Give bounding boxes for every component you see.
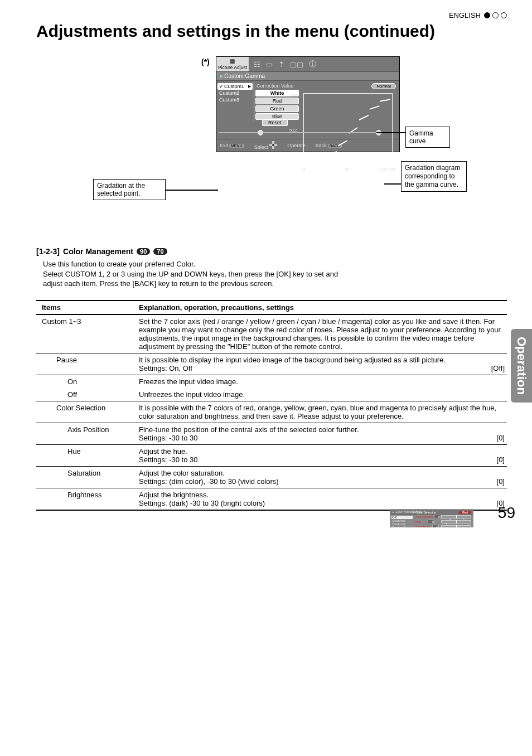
page-number: 59 bbox=[498, 504, 515, 522]
osd-breadcrumb: » Custom Gamma bbox=[216, 72, 399, 81]
preset-custom1[interactable]: ✔Custom1▶ bbox=[217, 83, 253, 90]
table-row: SaturationAdjust the color saturation. S… bbox=[36, 466, 507, 488]
table-row: OnFreezes the input video image. bbox=[36, 375, 507, 388]
default-value: [Off] bbox=[491, 364, 505, 372]
gradation-slider[interactable] bbox=[219, 130, 397, 135]
info-icon: ⓘ bbox=[309, 59, 316, 69]
osd-active-tab: ▦ Picture Adjust bbox=[216, 57, 249, 71]
settings-table: Items Explanation, operation, precaution… bbox=[36, 300, 507, 511]
reset-button[interactable]: Reset bbox=[262, 119, 288, 126]
osd-figure: (*) ▦ Picture Adjust ☷ ▭ ⇡ ▢▢ ⓘ » Custom… bbox=[93, 54, 450, 227]
display-icon: ▢▢ bbox=[290, 60, 303, 69]
badge-90: 90 bbox=[137, 248, 150, 255]
btn-green[interactable]: Green bbox=[255, 105, 299, 112]
side-tab: Operation bbox=[511, 329, 532, 403]
monitor-icon: ▭ bbox=[266, 60, 273, 69]
table-row: Custom 1~3Set the 7 color axis (red / or… bbox=[36, 314, 507, 353]
table-row: BrightnessAdjust the brightness. Setting… bbox=[36, 488, 507, 510]
preset-custom2[interactable]: Custom2 bbox=[217, 90, 253, 96]
asterisk: (*) bbox=[201, 57, 210, 66]
table-row: PauseIt is possible to display the input… bbox=[36, 353, 507, 375]
default-value: [0] bbox=[497, 434, 505, 442]
correction-value-label: Correction Value bbox=[255, 83, 299, 89]
osd-window: ▦ Picture Adjust ☷ ▭ ⇡ ▢▢ ⓘ » Custom Gam… bbox=[216, 56, 400, 152]
section-heading: [1-2-3] Color Management 90 70 bbox=[36, 247, 507, 256]
default-value: [0] bbox=[497, 455, 505, 464]
callout-diagram: Gradation diagram corresponding to the g… bbox=[401, 161, 467, 192]
preset-custom3[interactable]: Custom3 bbox=[217, 96, 253, 103]
sliders-icon: ☷ bbox=[254, 60, 260, 69]
page-title: Adjustments and settings in the menu (co… bbox=[36, 22, 507, 41]
default-value: [0] bbox=[497, 477, 505, 486]
callout-gamma: Gamma curve bbox=[405, 127, 450, 148]
picture-adjust-icon: ▦ bbox=[230, 58, 235, 64]
table-row: Axis PositionFine-tune the position of t… bbox=[36, 423, 507, 444]
th-explanation: Explanation, operation, precautions, set… bbox=[137, 301, 507, 314]
table-row: OffUnfreezes the input video image. bbox=[36, 388, 507, 401]
btn-red[interactable]: Red bbox=[255, 98, 299, 104]
normal-pill: Normal bbox=[371, 83, 396, 89]
tab-label: Picture Adjust bbox=[218, 65, 247, 70]
table-row: Color SelectionIt is possible with the 7… bbox=[36, 401, 507, 423]
section-intro: Use this function to create your preferr… bbox=[43, 259, 355, 289]
th-items: Items bbox=[36, 301, 137, 314]
dpad-icon bbox=[269, 141, 277, 149]
lang-label: ENGLISH bbox=[449, 11, 481, 20]
slider-knob-selected[interactable] bbox=[258, 130, 263, 135]
install-icon: ⇡ bbox=[278, 60, 284, 69]
preset-list: ✔Custom1▶ Custom2 Custom3 bbox=[216, 81, 254, 122]
page-dots bbox=[484, 12, 507, 18]
color-mgmt-thumb: » Color Management Off Custom1 Custom2 C… bbox=[390, 509, 473, 527]
badge-70: 70 bbox=[153, 248, 167, 255]
callout-gradation: Gradation at the selected point. bbox=[93, 179, 166, 200]
table-row: HueAdjust the hue. Settings: -30 to 30[0… bbox=[36, 444, 507, 466]
osd-tab-icons: ☷ ▭ ⇡ ▢▢ ⓘ bbox=[249, 57, 399, 71]
